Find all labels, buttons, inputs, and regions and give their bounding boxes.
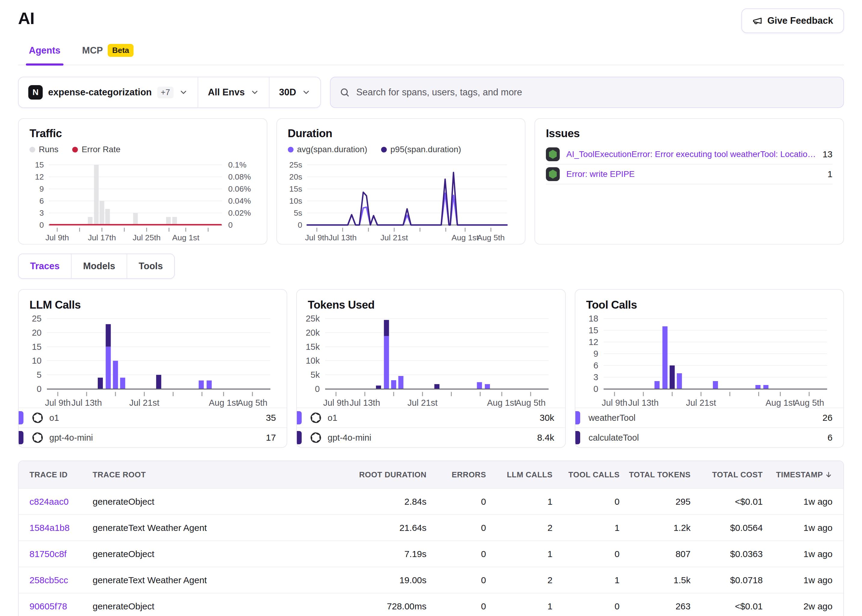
- table-row[interactable]: 1584a1b8generateText Weather Agent21.64s…: [19, 514, 843, 541]
- give-feedback-label: Give Feedback: [767, 15, 833, 26]
- cell-llm-calls: 1: [486, 601, 553, 611]
- trace-id-link[interactable]: 90605f78: [30, 601, 93, 611]
- cell-timestamp: 2w ago: [763, 601, 832, 611]
- tokens-used-title: Tokens Used: [308, 299, 554, 311]
- svg-text:Jul 9th: Jul 9th: [305, 233, 328, 242]
- svg-text:0: 0: [298, 220, 302, 229]
- primary-tabs: Agents MCP Beta: [18, 41, 844, 65]
- series-color-chip: [297, 411, 301, 424]
- legend-item: Runs: [30, 145, 58, 154]
- cell-trace-root: generateText Weather Agent: [93, 575, 270, 585]
- openai-logo-icon: [32, 432, 43, 443]
- duration-chart: 05s10s15s20s25sJul 9thJul 13thJul 21stAu…: [288, 157, 514, 246]
- column-header-trace-id[interactable]: TRACE ID: [30, 470, 93, 479]
- trace-id-link[interactable]: 258cb5cc: [30, 575, 93, 585]
- column-header-total-tokens[interactable]: TOTAL TOKENS: [620, 470, 691, 479]
- range-selector[interactable]: 30D: [269, 77, 320, 107]
- timestamp-value: 1w ago: [803, 549, 832, 559]
- svg-text:6: 6: [594, 361, 598, 370]
- project-name: expense-categorization: [48, 87, 152, 98]
- svg-text:Jul 25th: Jul 25th: [133, 233, 161, 242]
- svg-text:Aug 5th: Aug 5th: [237, 398, 267, 407]
- svg-text:25s: 25s: [289, 160, 302, 169]
- project-selector[interactable]: N expense-categorization +7: [19, 77, 198, 107]
- series-value: 8.4k: [537, 432, 554, 443]
- svg-text:15: 15: [35, 160, 44, 169]
- page-title: AI: [18, 8, 34, 28]
- series-value: 35: [266, 413, 276, 423]
- tab-mcp[interactable]: MCP Beta: [81, 41, 135, 64]
- metric-summary-row[interactable]: weatherTool26: [575, 407, 843, 427]
- cell-root-duration: 19.00s: [270, 575, 427, 585]
- traces-table: TRACE IDTRACE ROOTROOT DURATIONERRORSLLM…: [18, 460, 844, 616]
- svg-text:Aug 1st: Aug 1st: [172, 233, 199, 242]
- svg-text:Jul 21st: Jul 21st: [408, 398, 438, 407]
- svg-text:9: 9: [594, 349, 598, 358]
- svg-text:3: 3: [39, 209, 44, 217]
- range-label: 30D: [279, 87, 296, 98]
- svg-text:Aug 5th: Aug 5th: [477, 233, 505, 242]
- subtab-tools[interactable]: Tools: [127, 254, 174, 278]
- cell-tool-calls: 0: [553, 497, 620, 507]
- metric-summary-row[interactable]: calculateTool6: [575, 427, 843, 447]
- column-header-root-duration[interactable]: ROOT DURATION: [270, 470, 427, 479]
- column-header-trace-root[interactable]: TRACE ROOT: [93, 470, 270, 479]
- search-input[interactable]: [356, 87, 834, 98]
- table-row[interactable]: c824aac0generateObject2.84s010295<$0.011…: [19, 488, 843, 514]
- timestamp-value: 1w ago: [803, 497, 832, 507]
- table-row[interactable]: 258cb5ccgenerateText Weather Agent19.00s…: [19, 567, 843, 593]
- svg-text:18: 18: [589, 314, 598, 323]
- issue-link[interactable]: AI_ToolExecutionError: Error executing t…: [566, 149, 816, 159]
- give-feedback-button[interactable]: Give Feedback: [741, 8, 844, 33]
- column-header-errors[interactable]: ERRORS: [427, 470, 486, 479]
- search-icon: [339, 87, 350, 97]
- traffic-chart: 0030.02%60.04%90.06%120.08%150.1%Jul 9th…: [30, 157, 256, 246]
- llm-calls-card: LLM Calls 0510152025Jul 9thJul 13thJul 2…: [18, 289, 287, 448]
- cell-timestamp: 1w ago: [763, 497, 832, 507]
- issue-link[interactable]: Error: write EPIPE: [566, 169, 821, 179]
- svg-text:Jul 9th: Jul 9th: [601, 398, 627, 407]
- legend-label: Error Rate: [82, 145, 120, 154]
- trace-id-link[interactable]: 1584a1b8: [30, 523, 93, 533]
- tokens-used-summary: o130kgpt-4o-mini8.4k: [297, 407, 565, 447]
- subtab-traces[interactable]: Traces: [19, 254, 71, 278]
- svg-text:Aug 5th: Aug 5th: [794, 398, 824, 407]
- column-header-total-cost[interactable]: TOTAL COST: [691, 470, 763, 479]
- project-logo: N: [28, 85, 43, 99]
- duration-card: Duration avg(span.duration)p95(span.dura…: [276, 118, 526, 245]
- cell-total-tokens: 807: [620, 549, 691, 559]
- table-row[interactable]: 81750c8fgenerateObject7.19s010807$0.0363…: [19, 541, 843, 567]
- legend-item: p95(span.duration): [381, 145, 461, 154]
- timestamp-value: 1w ago: [803, 575, 832, 585]
- legend-item: avg(span.duration): [288, 145, 367, 154]
- table-header: TRACE IDTRACE ROOTROOT DURATIONERRORSLLM…: [19, 461, 843, 488]
- svg-text:Jul 21st: Jul 21st: [686, 398, 716, 407]
- column-header-timestamp[interactable]: TIMESTAMP: [763, 470, 832, 479]
- column-header-tool-calls[interactable]: TOOL CALLS: [553, 470, 620, 479]
- svg-text:Aug 1st: Aug 1st: [451, 233, 479, 242]
- svg-text:Aug 1st: Aug 1st: [765, 398, 795, 407]
- duration-legend: avg(span.duration)p95(span.duration): [288, 145, 514, 154]
- subtab-models[interactable]: Models: [71, 254, 127, 278]
- metric-summary-row[interactable]: o135: [19, 407, 287, 427]
- table-row[interactable]: 90605f78generateObject728.00ms010263<$0.…: [19, 593, 843, 616]
- chevron-down-icon: [179, 88, 188, 97]
- column-header-llm-calls[interactable]: LLM CALLS: [486, 470, 553, 479]
- nodejs-icon: [546, 167, 560, 181]
- cell-total-cost: <$0.01: [691, 601, 763, 611]
- cell-errors: 0: [427, 549, 486, 559]
- trace-id-link[interactable]: c824aac0: [30, 497, 93, 507]
- env-selector[interactable]: All Envs: [198, 77, 268, 107]
- series-label: calculateTool: [589, 433, 639, 443]
- trace-id-link[interactable]: 81750c8f: [30, 549, 93, 559]
- svg-text:0: 0: [594, 384, 598, 394]
- tab-agents-label: Agents: [29, 45, 60, 56]
- metric-summary-row[interactable]: gpt-4o-mini17: [19, 427, 287, 447]
- tab-agents[interactable]: Agents: [28, 41, 62, 64]
- metric-summary-row[interactable]: gpt-4o-mini8.4k: [297, 427, 565, 447]
- cell-timestamp: 1w ago: [763, 523, 832, 533]
- svg-text:Jul 13th: Jul 13th: [350, 398, 380, 407]
- metric-summary-row[interactable]: o130k: [297, 407, 565, 427]
- series-color-chip: [575, 411, 580, 424]
- nodejs-icon: [546, 148, 560, 161]
